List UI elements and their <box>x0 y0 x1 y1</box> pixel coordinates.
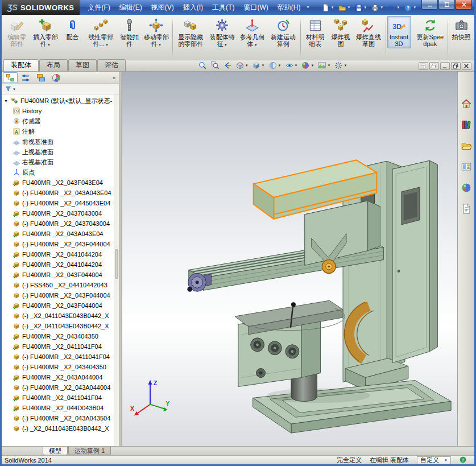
file-explorer-button[interactable] <box>460 139 473 152</box>
tree-folder[interactable]: A注解 <box>3 126 113 137</box>
minimize-button[interactable] <box>421 0 438 10</box>
print-button[interactable]: ▼ <box>370 3 384 13</box>
minimize-button[interactable] <box>440 62 450 70</box>
tree-component[interactable]: FU400MR _X2_043F044004 <box>3 270 113 280</box>
tree-component[interactable]: (-) _X2_0411043E043B0442_X <box>3 423 113 434</box>
cabinet-door[interactable] <box>392 160 437 362</box>
tree-component[interactable]: FU400MR _X2_0441044204 <box>3 259 113 270</box>
filter-button[interactable]: ▼ <box>4 85 16 93</box>
zoom-area-button[interactable] <box>210 61 220 70</box>
menu-item[interactable]: 插入(I) <box>179 0 208 15</box>
tree-component[interactable]: (-) FU400MR _X2_0437043004 <box>3 218 113 229</box>
close-button[interactable] <box>462 62 471 70</box>
ribbon-update-speedpak-button[interactable]: 更新Speedpak <box>413 16 446 48</box>
graphics-area[interactable]: Z X Y <box>122 72 457 446</box>
tree-folder[interactable]: 原点 <box>3 167 113 178</box>
appearances-scenes-button[interactable] <box>460 181 473 195</box>
tree-component[interactable]: FU400MR _X2_0411041F04 <box>3 341 113 352</box>
menu-item[interactable]: 工具(T) <box>208 0 239 15</box>
tab-command-1[interactable]: 布局 <box>39 59 68 71</box>
tree-component[interactable]: FU400MR _X2_043A044004 <box>3 372 113 382</box>
tree-component[interactable]: (-) FU400MR _X2_043F044004 <box>3 239 113 249</box>
undo-button[interactable]: ▼ <box>386 3 401 13</box>
save-button[interactable]: ▼ <box>353 3 368 13</box>
ribbon-mate-button[interactable]: 配合 <box>60 16 84 42</box>
tree-component[interactable]: FU400MR _X2_043A043E04 <box>3 229 113 239</box>
tab-assembly[interactable]: 装配体 <box>3 59 39 71</box>
ribbon-reference-geometry-button[interactable]: 参考几何体▼ <box>237 16 267 50</box>
custom-properties-button[interactable] <box>460 202 473 216</box>
restore-button[interactable] <box>451 62 461 70</box>
ribbon-edit-component-button[interactable]: 编辑零部件 <box>3 16 30 48</box>
tree-component[interactable]: FU400MR _X2_0411041F04 <box>3 393 113 403</box>
model-tab[interactable]: 运动算例 1 <box>68 447 111 455</box>
close-button[interactable] <box>456 0 472 10</box>
tree-scrollbar[interactable] <box>114 94 119 446</box>
win-tile-button[interactable] <box>419 62 428 70</box>
ribbon-assembly-features-button[interactable]: 装配体特征▼ <box>207 16 237 50</box>
ribbon-move-component-button[interactable]: 移动零部件▼ <box>141 16 171 50</box>
edit-appearance-button[interactable]: ▼ <box>300 61 314 70</box>
tree-component[interactable]: (-) _X2_0411043E043B0442_X <box>3 311 113 321</box>
tree-component[interactable]: FU400MR _X2_043F043E04 <box>3 178 113 188</box>
tree-component[interactable]: (-) FU400MR _X2_043A043E04 <box>3 188 113 198</box>
tree-component[interactable]: (-) FU400MR _X2_0445043E04 <box>3 198 113 208</box>
solidworks-resources-button[interactable] <box>460 97 473 110</box>
hide-show-button[interactable]: ▼ <box>284 61 299 70</box>
tree-component[interactable]: FU400MR _X2_0437043004 <box>3 208 113 218</box>
design-library-button[interactable] <box>460 118 473 131</box>
panel-tab-displaymanager[interactable] <box>49 72 64 83</box>
section-view-button[interactable]: ▼ <box>235 61 249 70</box>
panel-tab-configurationmanager[interactable] <box>34 72 48 83</box>
tree-component[interactable]: (-) FU400MR _X2_043404350 <box>3 362 113 372</box>
open-document-button[interactable]: ▼ <box>337 3 351 13</box>
expander-icon[interactable]: ▼ <box>4 99 9 103</box>
tree-component[interactable]: (-) _X2_0411043E043B0442_X <box>3 321 113 331</box>
new-document-button[interactable]: ▼ <box>320 3 335 13</box>
menu-item[interactable]: 窗口(W) <box>239 0 272 15</box>
win-cascade-button[interactable] <box>429 62 439 70</box>
pin-icon[interactable] <box>305 5 311 11</box>
ribbon-explode-sketch-button[interactable]: 爆炸直线草图 <box>353 16 384 48</box>
ribbon-linear-pattern-button[interactable]: 线性零部件...▼ <box>84 16 117 50</box>
tree-component[interactable]: (-) FU400MR _X2_043A044004 <box>3 382 113 393</box>
view-settings-button[interactable]: ▼ <box>333 61 347 70</box>
menu-item[interactable]: 编辑(E) <box>115 0 147 15</box>
tree-component[interactable]: FU400MR _X2_0441044204 <box>3 249 113 259</box>
tree-root[interactable]: ▼FU400MR (默认<默认_显示状态- <box>3 96 113 106</box>
menu-item[interactable]: 帮助(H) <box>273 0 305 15</box>
tree-component[interactable]: (-) FU400MR _X2_0411041F04 <box>3 352 113 362</box>
tree-component[interactable]: FU400MR _X2_044D043B04 <box>3 403 113 413</box>
tree-component[interactable]: (-) FSS450 _X2_04410442043 <box>3 280 113 290</box>
tree-folder[interactable]: 前视基准面 <box>3 137 113 147</box>
view-orientation-button[interactable]: ▼ <box>251 61 266 70</box>
ribbon-smart-fasteners-button[interactable]: 智能扣件 <box>117 16 141 48</box>
tree-folder[interactable]: 上视基准面 <box>3 147 113 157</box>
menu-item[interactable]: 视图(V) <box>147 0 179 15</box>
ribbon-exploded-view-button[interactable]: 爆炸视图 <box>329 16 353 48</box>
ribbon-snapshot-button[interactable]: 拍快照 <box>449 16 473 42</box>
previous-view-button[interactable] <box>222 61 233 70</box>
apply-scene-button[interactable]: ▼ <box>317 61 331 70</box>
menu-item[interactable]: 文件(F) <box>83 0 114 15</box>
tree-component[interactable]: (-) FU400MR _X2_043F044004 <box>3 290 113 300</box>
panel-tab-propertymanager[interactable] <box>18 72 33 83</box>
machine-model[interactable] <box>122 72 457 446</box>
tree-folder[interactable]: 传感器 <box>3 116 113 126</box>
tree-folder[interactable]: 右视基准面 <box>3 157 113 167</box>
panel-tabs-overflow[interactable]: » <box>113 75 118 81</box>
view-palette-button[interactable] <box>460 160 473 174</box>
display-style-button[interactable]: ▼ <box>268 61 282 70</box>
custom-dropdown[interactable]: 自定义 ▼ <box>417 456 451 464</box>
tree-component[interactable]: FU400MR _X2_043404350 <box>3 331 113 341</box>
ribbon-insert-component-button[interactable]: 插入零部件▼ <box>30 16 60 50</box>
ribbon-show-hidden-button[interactable]: 显示隐藏的零部件 <box>174 16 207 48</box>
scrollbar-thumb[interactable] <box>115 249 118 279</box>
tab-command-3[interactable]: 评估 <box>97 59 126 71</box>
ribbon-bom-button[interactable]: 材料明细表 <box>302 16 329 48</box>
model-tab[interactable]: 模型 <box>43 447 68 455</box>
help-button[interactable]: ?▼ <box>403 3 417 13</box>
ribbon-motion-study-button[interactable]: 新建运动算例 <box>267 16 299 48</box>
tree-component[interactable]: FU400MR _X2_043F044004 <box>3 300 113 311</box>
tab-command-2[interactable]: 草图 <box>68 59 97 71</box>
